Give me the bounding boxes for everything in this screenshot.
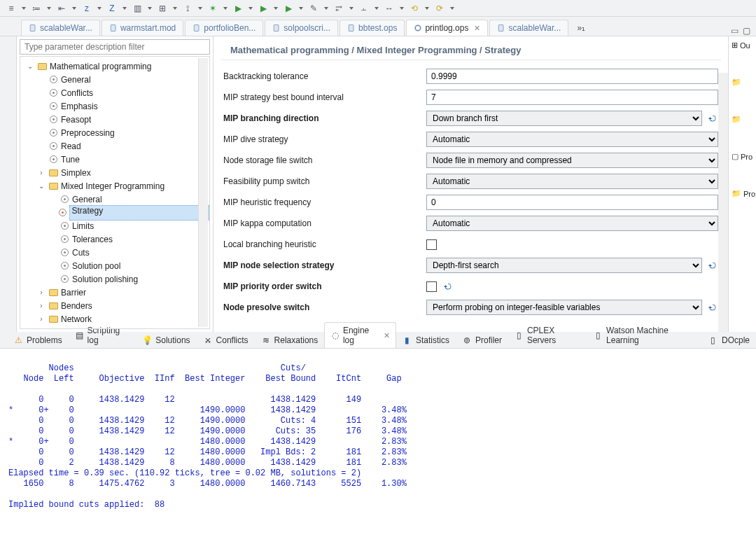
tree-node[interactable]: Read (20, 139, 209, 153)
dropdown-arrow-icon[interactable] (71, 7, 77, 10)
dropdown-arrow-icon[interactable] (197, 7, 203, 10)
outdent-button[interactable]: ⇤ (55, 1, 69, 15)
setting-text-input[interactable] (426, 195, 718, 210)
right-trim-item[interactable]: ▢Pro (732, 152, 752, 161)
revert-icon[interactable] (708, 113, 718, 124)
right-trim-item[interactable]: ⊞Ou (732, 41, 750, 50)
dropdown-arrow-icon[interactable] (147, 7, 153, 10)
dropdown-arrow-icon[interactable] (46, 7, 52, 10)
editor-tab[interactable]: portfolioBen... (185, 20, 263, 36)
tree-node[interactable]: Conflicts (20, 86, 209, 99)
tree-node[interactable]: Solution polishing (20, 272, 209, 286)
close-icon[interactable]: ✕ (384, 331, 390, 340)
tree-node[interactable]: Barrier (20, 286, 209, 299)
setting-checkbox[interactable] (426, 239, 437, 250)
console-tab-sol[interactable]: 💡Solutions (136, 332, 196, 348)
setting-select[interactable]: Automatic (426, 132, 718, 147)
right-trim-item[interactable]: 📁Pro... (732, 189, 755, 198)
right-trim-item[interactable]: 📁 (732, 115, 743, 124)
tree-twisty-icon[interactable] (37, 302, 46, 309)
tree-node[interactable]: Preprocessing (20, 126, 209, 139)
tree-node[interactable]: Feasopt (20, 113, 209, 126)
setting-select[interactable]: Down branch first (426, 111, 702, 126)
editor-tab[interactable]: scalableWar... (489, 20, 568, 36)
tree-node[interactable]: Limits (20, 219, 209, 232)
swap-button[interactable]: ↔ (382, 1, 396, 15)
dropdown-arrow-icon[interactable] (349, 7, 354, 10)
parameter-tree[interactable]: Mathematical programmingGeneralConflicts… (20, 56, 210, 329)
setting-checkbox[interactable] (426, 281, 437, 292)
dropdown-arrow-icon[interactable] (97, 7, 102, 10)
tree-twisty-icon[interactable] (37, 288, 46, 296)
list-button[interactable]: ≔ (29, 1, 43, 15)
tree-node[interactable]: Mathematical programming (20, 60, 209, 73)
tree-node[interactable]: Cuts (20, 246, 209, 259)
scrollbar[interactable] (198, 58, 208, 327)
engine-log[interactable]: Nodes Cuts/ Node Left Objective IInf Bes… (0, 349, 756, 537)
dropdown-arrow-icon[interactable] (424, 7, 430, 10)
dropdown-arrow-icon[interactable] (172, 7, 178, 10)
minimize-icon[interactable]: ▭ (731, 26, 738, 36)
grid-button[interactable]: ⊞ (155, 1, 169, 15)
setting-text-input[interactable] (426, 69, 718, 84)
z1-button[interactable]: z (80, 1, 94, 15)
dropdown-arrow-icon[interactable] (449, 7, 455, 10)
dropdown-arrow-icon[interactable] (323, 7, 329, 10)
dropdown-arrow-icon[interactable] (298, 7, 304, 10)
right-trim-item[interactable]: 📁 (732, 78, 743, 87)
editor-tab[interactable]: bbtest.ops (340, 20, 405, 36)
tab-overflow[interactable]: »₁ (573, 20, 589, 36)
tree-filter-input[interactable] (20, 42, 209, 52)
tree-twisty-icon[interactable] (37, 169, 46, 176)
z2-button[interactable]: Z (105, 1, 119, 15)
tree-node[interactable]: Simplex (20, 166, 209, 179)
tree-node[interactable]: Network (20, 312, 209, 326)
play-button[interactable]: ▶ (231, 1, 245, 15)
editor-tab[interactable]: warmstart.mod (102, 20, 183, 36)
tree-node[interactable]: Emphasis (20, 99, 209, 113)
dropdown-arrow-icon[interactable] (374, 7, 379, 10)
redo-arrow-button[interactable]: ⟳ (433, 1, 447, 15)
wand-button[interactable]: ✎ (307, 1, 321, 15)
bug-run-button[interactable]: ✶ (206, 1, 220, 15)
setting-select[interactable]: Depth-first search (426, 258, 702, 273)
tree-node[interactable]: Tolerances (20, 232, 209, 246)
console-tab-warn[interactable]: ⚠Problems (7, 332, 69, 348)
dropdown-arrow-icon[interactable] (21, 7, 27, 10)
setting-select[interactable]: Automatic (426, 174, 718, 189)
play-dot-button[interactable]: ▶ (281, 1, 295, 15)
setting-select[interactable]: Perform probing on integer-feasible vari… (426, 300, 702, 315)
undo-arrow-button[interactable]: ⟲ (407, 1, 421, 15)
editor-tab[interactable]: scalableWar... (21, 20, 100, 36)
ruler-button[interactable]: ⟟ (181, 1, 195, 15)
match-button[interactable]: ⥂ (332, 1, 346, 15)
dropdown-arrow-icon[interactable] (248, 7, 253, 10)
console-tab-stats[interactable]: ▮Statistics (396, 332, 456, 348)
console-tab-prof[interactable]: ⊚Profiler (456, 332, 508, 348)
close-icon[interactable]: ✕ (474, 24, 480, 33)
editor-tab[interactable]: solpoolscri... (265, 20, 338, 36)
tree-node[interactable]: Strategy (20, 206, 209, 219)
tree-node[interactable]: Mixed Integer Programming (20, 179, 209, 193)
revert-icon[interactable] (708, 260, 718, 271)
align-button[interactable]: ≡ (4, 1, 18, 15)
console-tab-relax[interactable]: ≋Relaxations (255, 332, 325, 348)
setting-text-input[interactable] (426, 90, 718, 105)
maximize-icon[interactable]: ▢ (743, 26, 750, 36)
tree-node[interactable]: Tune (20, 153, 209, 166)
box-button[interactable]: ▥ (130, 1, 144, 15)
dropdown-arrow-icon[interactable] (273, 7, 279, 10)
tree-node[interactable]: General (20, 73, 209, 86)
setting-select[interactable]: Node file in memory and compressed (426, 153, 718, 168)
dropdown-arrow-icon[interactable] (122, 7, 127, 10)
tree-node[interactable]: Benders (20, 299, 209, 312)
tree-node[interactable]: General (20, 193, 209, 206)
tree-twisty-icon[interactable] (37, 315, 46, 323)
setting-select[interactable]: Automatic (426, 216, 718, 231)
play-frame-button[interactable]: ▶ (256, 1, 270, 15)
tree-twisty-icon[interactable] (37, 182, 46, 190)
tree-filter[interactable] (20, 39, 210, 55)
chart-button[interactable]: ⫠ (357, 1, 371, 15)
revert-icon[interactable] (708, 302, 718, 313)
console-tab-doc[interactable]: ▯DOcple (702, 332, 756, 348)
